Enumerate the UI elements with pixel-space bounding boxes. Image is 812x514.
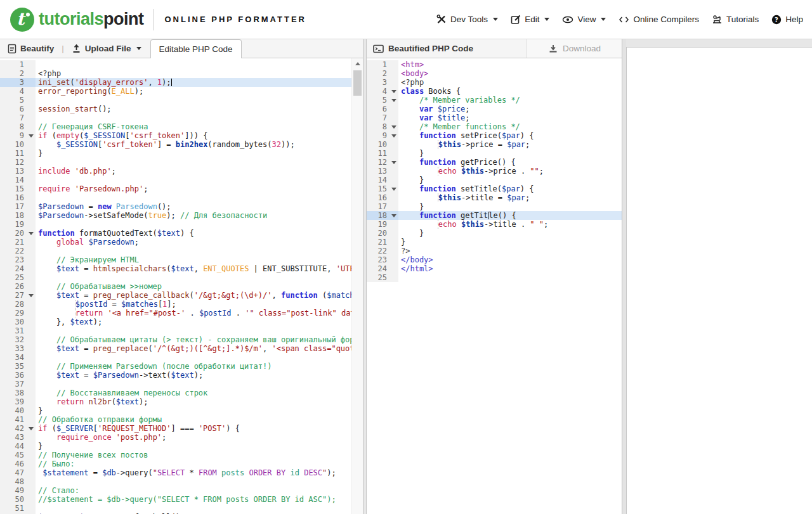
menu-help[interactable]: ? Help — [771, 15, 803, 25]
upload-file-button[interactable]: Upload File — [72, 44, 141, 53]
code-line[interactable]: 14 — [0, 176, 363, 184]
fold-arrow-icon[interactable] — [29, 134, 34, 138]
code-line[interactable]: 46// Было: — [0, 459, 363, 468]
code-line[interactable]: 12 function getPrice() { — [367, 158, 622, 167]
code-line[interactable]: 8// Генерация CSRF-токена — [0, 122, 363, 131]
code-line[interactable]: 50//$statement = $db->query("SELECT * FR… — [0, 495, 363, 504]
code-line[interactable]: 4error_reporting(E_ALL); — [0, 87, 363, 96]
code-line[interactable]: 8 /* Member functions */ — [367, 122, 622, 131]
editor-scrollbar[interactable] — [351, 58, 363, 514]
code-line[interactable]: 42if ($_SERVER['REQUEST_METHOD'] === 'PO… — [0, 424, 363, 433]
tutorialspoint-logo[interactable]: t tutorialspoint — [10, 8, 144, 32]
code-line[interactable]: 15require 'Parsedown.php'; — [0, 184, 363, 193]
code-line[interactable]: 37 — [0, 380, 363, 389]
code-line[interactable]: 45// Получение всех постов — [0, 451, 363, 459]
code-line[interactable]: 21} — [367, 238, 622, 247]
code-line[interactable]: 27 $text = preg_replace_callback('/&gt;&… — [0, 291, 363, 300]
code-line[interactable]: 3ini_set('display_errors', 1); — [0, 78, 363, 87]
code-line[interactable]: 38 // Восстанавливаем переносы строк — [0, 389, 363, 397]
code-line[interactable]: 5 — [0, 96, 363, 105]
code-line[interactable]: 10 $this->price = $par; — [367, 140, 622, 149]
code-line[interactable]: 51 — [0, 504, 363, 513]
code-line[interactable]: 25 — [367, 273, 622, 282]
code-line[interactable]: 23</body> — [367, 255, 622, 264]
fold-arrow-icon[interactable] — [391, 188, 396, 191]
code-line[interactable]: 4class Books { — [367, 87, 622, 96]
code-line[interactable]: 12 — [0, 158, 363, 167]
menu-online-compilers[interactable]: Online Compilers — [619, 15, 699, 24]
menu-edit[interactable]: Edit — [511, 15, 549, 25]
fold-arrow-icon[interactable] — [391, 134, 396, 138]
code-line[interactable]: 29 return '<a href="#post-' . $postId . … — [0, 309, 363, 318]
code-line[interactable]: 30 }, $text); — [0, 318, 363, 326]
php-source-editor[interactable]: 12<?php3ini_set('display_errors', 1);4er… — [0, 58, 363, 514]
code-line[interactable]: 17 } — [367, 202, 622, 211]
code-line[interactable]: 1<htm> — [367, 60, 622, 69]
fold-arrow-icon[interactable] — [391, 214, 396, 217]
code-line[interactable]: 20 } — [367, 229, 622, 238]
code-line[interactable]: 22 — [0, 247, 363, 255]
code-line[interactable]: 48 — [0, 477, 363, 486]
code-line[interactable]: 6session_start(); — [0, 105, 363, 113]
code-line[interactable]: 41// Обработка отправки формы — [0, 415, 363, 424]
code-line[interactable]: 24 $text = htmlspecialchars($text, ENT_Q… — [0, 264, 363, 273]
fold-arrow-icon[interactable] — [29, 294, 34, 297]
download-button[interactable]: Download — [527, 39, 622, 58]
code-line[interactable]: 16 — [0, 193, 363, 202]
code-line[interactable]: 28 $postId = $matches[1]; — [0, 300, 363, 309]
code-line[interactable]: 39 return nl2br($text); — [0, 397, 363, 406]
code-line[interactable]: 13 echo $this->price . ""; — [367, 167, 622, 176]
code-line[interactable]: 25 — [0, 273, 363, 282]
code-line[interactable]: 24</html> — [367, 264, 622, 273]
code-line[interactable]: 20function formatQuotedText($text) { — [0, 229, 363, 238]
fold-arrow-icon[interactable] — [29, 232, 34, 235]
code-line[interactable]: 14 } — [367, 176, 622, 184]
code-line[interactable]: 43 require_once 'post.php'; — [0, 433, 363, 442]
beautified-code-editor[interactable]: 1<htm>2<body>3<?php4class Books {5 /* Me… — [367, 58, 622, 514]
code-line[interactable]: 47 $statement = $db->query("SELECT * FRO… — [0, 468, 363, 477]
code-line[interactable]: 5 /* Member variables */ — [367, 96, 622, 105]
menu-tutorials[interactable]: Tutorials — [712, 15, 759, 24]
code-line[interactable]: 18$Parsedown->setSafeMode(true); // Для … — [0, 211, 363, 220]
fold-arrow-icon[interactable] — [391, 161, 396, 164]
code-line[interactable]: 17$Parsedown = new Parsedown(); — [0, 202, 363, 211]
code-line[interactable]: 26 // Обрабатываем >>номер — [0, 282, 363, 291]
code-line[interactable]: 16 $this->title = $par; — [367, 193, 622, 202]
code-line[interactable]: 10 $_SESSION['csrf_token'] = bin2hex(ran… — [0, 140, 363, 149]
code-line[interactable]: 49// Стало: — [0, 486, 363, 495]
code-line[interactable]: 9if (empty($_SESSION['csrf_token'])) { — [0, 131, 363, 140]
code-line[interactable]: 35 // Применяем Parsedown (после обработ… — [0, 362, 363, 371]
fold-arrow-icon[interactable] — [29, 427, 34, 430]
fold-arrow-icon[interactable] — [391, 125, 396, 129]
code-line[interactable]: 1 — [0, 60, 363, 69]
code-line[interactable]: 11} — [0, 149, 363, 158]
code-line[interactable]: 13include 'db.php'; — [0, 167, 363, 176]
code-line[interactable]: 44} — [0, 442, 363, 451]
code-line[interactable]: 18 function getTitle() { — [367, 211, 622, 220]
code-line[interactable]: 7 — [0, 113, 363, 122]
code-line[interactable]: 19 echo $this->title . " "; — [367, 220, 622, 229]
tab-editable-php-code[interactable]: Editable PHP Code — [150, 39, 242, 58]
code-line[interactable]: 6 var $price; — [367, 105, 622, 113]
code-line[interactable]: 2<?php — [0, 69, 363, 78]
code-line[interactable]: 22?> — [367, 247, 622, 255]
code-line[interactable]: 33 $text = preg_replace('/^(&gt;)([^&gt;… — [0, 344, 363, 353]
beautify-button[interactable]: Beautify — [8, 44, 54, 54]
fold-arrow-icon[interactable] — [391, 99, 396, 102]
scroll-up-button[interactable] — [352, 58, 363, 68]
code-line[interactable]: 21 global $Parsedown; — [0, 238, 363, 247]
code-line[interactable]: 2<body> — [367, 69, 622, 78]
code-line[interactable]: 40} — [0, 406, 363, 415]
code-line[interactable]: 32 // Обрабатываем цитаты (> текст) - со… — [0, 335, 363, 344]
code-line[interactable]: 15 function setTitle($par) { — [367, 184, 622, 193]
fold-arrow-icon[interactable] — [391, 90, 396, 93]
code-line[interactable]: 3<?php — [367, 78, 622, 87]
code-line[interactable]: 9 function setPrice($par) { — [367, 131, 622, 140]
code-line[interactable]: 23 // Экранируем HTML — [0, 255, 363, 264]
code-line[interactable]: 34 — [0, 353, 363, 362]
code-line[interactable]: 36 $text = $Parsedown->text($text); — [0, 371, 363, 380]
scrollbar-thumb[interactable] — [353, 70, 362, 96]
code-line[interactable]: 7 var $title; — [367, 113, 622, 122]
code-line[interactable]: 11 } — [367, 149, 622, 158]
menu-view[interactable]: View — [562, 15, 606, 24]
